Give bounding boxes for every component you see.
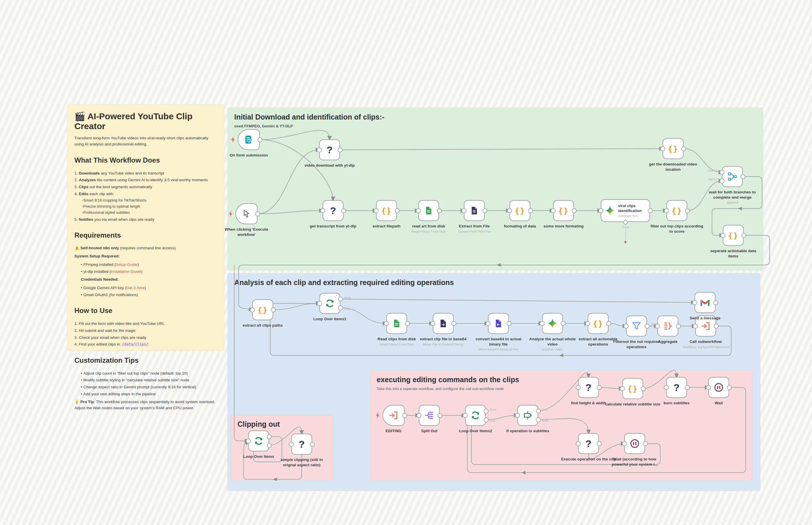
node-extract-all-clips-paths[interactable]: {}	[252, 299, 273, 320]
output-port-out[interactable]	[561, 321, 565, 326]
output-port-out[interactable]	[338, 148, 343, 152]
output-port-out[interactable]	[437, 208, 442, 213]
output-port-loop[interactable]	[338, 305, 343, 310]
output-port-out[interactable]	[681, 146, 686, 151]
input-port-in[interactable]	[622, 441, 627, 446]
node-filter-out-top-clips[interactable]: {}	[667, 200, 687, 221]
input-port-in[interactable]	[576, 441, 581, 446]
input-port-in[interactable]	[664, 208, 669, 213]
node-convert-base64-to-binary[interactable]	[488, 313, 509, 334]
node-when-clicking-execute-workflow[interactable]	[235, 203, 257, 224]
node-wait-according-to-system[interactable]	[624, 433, 645, 454]
node-editing-trigger[interactable]	[382, 405, 405, 426]
node-loop-over-items1[interactable]	[319, 293, 340, 314]
node-if-operation-is-subtitles[interactable]	[517, 405, 538, 426]
output-port-out[interactable]	[255, 211, 260, 216]
input-port-in[interactable]	[317, 148, 322, 152]
node-extract-filepath[interactable]: {}	[376, 200, 397, 221]
node-read-clips-from-disk[interactable]	[386, 313, 407, 334]
output-port-false[interactable]	[536, 417, 541, 422]
input-port-in[interactable]	[620, 386, 625, 391]
input-port-in[interactable]	[551, 208, 556, 213]
plus-icon[interactable]: +	[617, 240, 634, 244]
output-port-out[interactable]	[402, 413, 407, 418]
node-loop-over-items2[interactable]	[465, 405, 486, 426]
node-execute-operation-on-the-clip[interactable]: ?	[578, 433, 599, 454]
input-port-in[interactable]	[664, 385, 669, 390]
input-port-in[interactable]	[246, 439, 251, 444]
input-port-in[interactable]	[576, 385, 581, 390]
doc-link[interactable]: Get it here	[126, 286, 145, 290]
output-port-out[interactable]	[676, 324, 681, 329]
sticky-note-docs[interactable]: 🎬 AI-Powered YouTube Clip CreatorTransfo…	[67, 104, 224, 351]
output-port-out[interactable]	[685, 208, 690, 213]
output-port-out[interactable]	[645, 324, 650, 329]
input-port-in[interactable]	[598, 208, 603, 213]
node-get-downloaded-video-location[interactable]: {}	[662, 138, 684, 159]
doc-link[interactable]: Installation Guide	[111, 269, 141, 274]
input-port-in[interactable]	[320, 208, 325, 213]
output-port-out[interactable]	[257, 137, 262, 142]
node-video-download-with-yt-dlp[interactable]: ?	[319, 139, 340, 160]
node-calculate-relative-subtitle-size[interactable]: {}	[622, 378, 643, 399]
node-extract-from-file[interactable]	[464, 200, 485, 221]
input-port-in2[interactable]	[720, 179, 724, 183]
output-port-done[interactable]	[484, 409, 488, 414]
input-port-in[interactable]	[660, 146, 665, 151]
input-port-in[interactable]	[692, 300, 697, 305]
output-port-out[interactable]	[528, 208, 533, 213]
output-port-out[interactable]	[643, 441, 648, 446]
input-port-in[interactable]	[693, 324, 698, 329]
node-get-transcript-from-yt-dlp[interactable]: ?	[323, 200, 344, 221]
output-port-out[interactable]	[572, 208, 577, 213]
input-port-in[interactable]	[655, 324, 660, 329]
output-port-out[interactable]	[714, 324, 719, 329]
output-port-out[interactable]	[482, 208, 487, 213]
output-port-out[interactable]	[727, 385, 732, 390]
input-port-in[interactable]	[486, 321, 490, 326]
output-port-out[interactable]	[597, 385, 602, 390]
input-port-in1[interactable]	[720, 170, 724, 175]
node-some-more-formating[interactable]: {}	[553, 200, 574, 221]
output-port-done[interactable]	[267, 434, 272, 439]
node-split-out[interactable]	[419, 405, 440, 426]
output-port-out[interactable]	[740, 174, 746, 179]
output-port-out[interactable]	[506, 321, 512, 326]
output-port-out[interactable]	[405, 321, 410, 326]
node-simple-clipping[interactable]: ?	[291, 434, 312, 455]
output-port-true[interactable]	[536, 409, 541, 414]
output-port-out[interactable]	[341, 208, 346, 213]
output-port-out[interactable]	[741, 233, 746, 238]
output-port-out[interactable]	[641, 386, 646, 391]
input-port-in[interactable]	[462, 208, 466, 213]
output-port-out[interactable]	[597, 441, 602, 446]
input-port-in[interactable]	[317, 301, 322, 306]
input-port-in[interactable]	[374, 208, 379, 213]
input-port-in[interactable]	[289, 442, 294, 447]
node-find-height-and-width[interactable]: ?	[578, 377, 599, 398]
input-port-in[interactable]	[250, 308, 255, 312]
output-port-loop[interactable]	[484, 417, 488, 422]
output-port-out[interactable]	[606, 321, 611, 326]
output-port-loop[interactable]	[267, 443, 272, 448]
node-extract-all-actionable-operations[interactable]: {}	[588, 313, 609, 334]
node-send-a-message[interactable]	[694, 292, 716, 313]
tools-connector[interactable]: Tools+	[617, 220, 634, 244]
output-port-out[interactable]	[648, 208, 653, 213]
input-port-in[interactable]	[720, 233, 725, 238]
input-port-in[interactable]	[431, 321, 435, 326]
output-port-out[interactable]	[713, 300, 718, 305]
input-port-in[interactable]	[706, 385, 711, 390]
node-on-form-submission[interactable]	[238, 129, 260, 150]
node-read-art-from-disk[interactable]	[418, 200, 439, 221]
node-wait[interactable]	[708, 377, 729, 398]
node-loop-over-items[interactable]	[248, 431, 269, 451]
input-port-in[interactable]	[585, 321, 590, 326]
output-port-out[interactable]	[451, 321, 456, 326]
input-port-in[interactable]	[417, 413, 421, 418]
doc-link[interactable]: Setup Guide	[116, 262, 138, 267]
output-port-out[interactable]	[685, 385, 690, 390]
node-seperate-actionable-data-items[interactable]: {}	[723, 225, 744, 246]
input-port-in[interactable]	[507, 208, 512, 213]
node-aggregate[interactable]	[657, 316, 678, 336]
